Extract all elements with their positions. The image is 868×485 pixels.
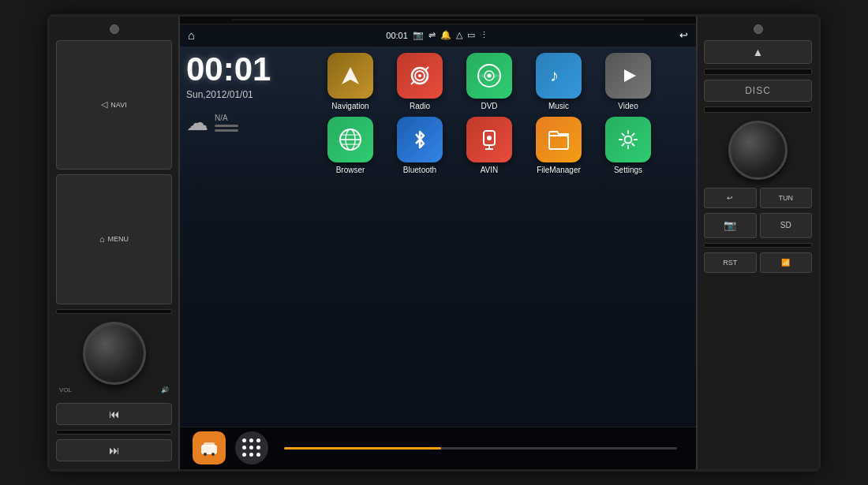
usb-icon: ⇌	[428, 30, 436, 40]
main-content: 00:01 Sun,2012/01/01 ☁ N/A	[180, 47, 696, 427]
menu-button[interactable]: ⌂ MENU	[56, 174, 172, 304]
navi-icon: ◁	[101, 99, 107, 110]
clock-display: 00:01	[186, 53, 312, 86]
browser-label: Browser	[336, 166, 365, 174]
rst-row: RST 📶	[704, 252, 812, 273]
menu-label: MENU	[108, 235, 129, 243]
right-panel: ▲ DISC ↩ TUN 📷 SD	[696, 17, 818, 469]
bluetooth-icon-bg	[397, 117, 443, 162]
rst-label: RST	[723, 259, 737, 267]
prev-track-button[interactable]: ⏮	[56, 403, 172, 425]
bottom-app-taxi[interactable]	[193, 431, 226, 464]
app-browser[interactable]: Browser	[319, 117, 382, 174]
svg-point-3	[418, 74, 421, 77]
eject-icon: ▲	[753, 46, 764, 58]
disc-label: DISC	[704, 80, 812, 102]
cam-button[interactable]: 📷	[704, 213, 757, 238]
svg-text:♪: ♪	[550, 65, 559, 85]
progress-fill	[284, 447, 441, 450]
disc-slot-2	[704, 106, 812, 113]
app-radio[interactable]: Radio	[388, 53, 451, 110]
music-label: Music	[548, 102, 569, 110]
sd-button[interactable]: SD	[760, 213, 813, 238]
svg-point-22	[625, 136, 632, 143]
nav-icon-bg	[327, 53, 373, 99]
bottom-app-grid[interactable]	[235, 431, 268, 464]
app-video[interactable]: Video	[597, 53, 660, 110]
weather-lines: N/A	[215, 114, 238, 132]
prev-icon: ⏮	[109, 408, 120, 420]
navi-label: NAVI	[110, 101, 126, 109]
disc-slot	[704, 69, 812, 75]
cloud-icon: ☁	[186, 110, 208, 136]
browser-icon-bg	[327, 117, 373, 162]
next-icon: ⏭	[109, 444, 120, 457]
svg-marker-0	[342, 67, 359, 84]
wifi-icon: 📶	[781, 259, 790, 267]
dvd-icon-bg	[466, 53, 512, 99]
home-status-icon[interactable]: ⌂	[188, 28, 195, 42]
avin-icon-bg	[466, 117, 512, 162]
status-left: ⌂	[188, 28, 195, 42]
svg-rect-24	[204, 442, 215, 446]
svg-point-20	[487, 136, 492, 140]
filemanager-icon-bg	[536, 117, 582, 162]
video-label: Video	[618, 102, 638, 110]
signal-icon: ▭	[467, 30, 475, 40]
vol-label: VOL	[59, 386, 72, 394]
icon-btn-row: 📷 SD	[704, 213, 812, 238]
menu-dots-icon[interactable]: ⋮	[480, 30, 488, 40]
svg-point-26	[211, 453, 215, 456]
svg-marker-11	[624, 69, 636, 82]
app-avin[interactable]: AVIN	[458, 117, 521, 174]
weather-area: ☁ N/A	[186, 110, 312, 136]
status-center: 00:01 📷 ⇌ 🔔 △ ▭ ⋮	[386, 30, 488, 40]
settings-icon-bg	[605, 117, 651, 162]
next-track-button[interactable]: ⏭	[56, 439, 172, 461]
left-panel: ◁ NAVI ⌂ MENU VOL 🔊 ⏮ ⏭	[50, 17, 180, 469]
app-settings[interactable]: Settings	[597, 117, 660, 174]
back-label: ↩	[727, 194, 733, 202]
clock-date: Sun,2012/01/01	[186, 89, 312, 100]
tun-label: TUN	[779, 194, 794, 202]
back-status-icon[interactable]: ↩	[679, 29, 688, 41]
app-navigation[interactable]: Navigation	[319, 53, 382, 110]
tun-button[interactable]: TUN	[760, 188, 813, 208]
app-music[interactable]: ♪ Music	[527, 53, 590, 110]
top-slot	[180, 17, 696, 24]
disc-status-icon: △	[456, 30, 462, 40]
dots-grid	[242, 438, 262, 458]
volume-icon: 🔔	[440, 30, 451, 40]
filemanager-label: FileManager	[537, 166, 581, 174]
status-bar: ⌂ 00:01 📷 ⇌ 🔔 △ ▭ ⋮ ↩	[180, 24, 696, 47]
speaker-icon: 🔊	[161, 386, 169, 394]
bluetooth-label: Bluetooth	[403, 166, 436, 174]
app-dvd[interactable]: DVD	[458, 53, 521, 110]
app-filemanager[interactable]: FileManager	[527, 117, 590, 174]
nav-label: Navigation	[331, 102, 369, 110]
app-bluetooth[interactable]: Bluetooth	[388, 117, 451, 174]
camera-status-icon: 📷	[413, 30, 424, 40]
progress-bar	[284, 447, 677, 450]
radio-icon-bg	[397, 53, 443, 99]
rst-button[interactable]: RST	[704, 252, 757, 273]
app-row-2: Browser Bluetooth	[319, 117, 690, 174]
dvd-label: DVD	[481, 102, 497, 110]
home-icon: ⌂	[99, 234, 105, 244]
svg-line-5	[411, 81, 414, 84]
wifi-button[interactable]: 📶	[760, 252, 813, 273]
cam-icon: 📷	[724, 219, 736, 231]
status-right: ↩	[679, 29, 688, 41]
status-time: 00:01	[386, 31, 408, 40]
sd-icon: SD	[780, 221, 791, 229]
navi-button[interactable]: ◁ NAVI	[56, 40, 172, 170]
android-screen: ⌂ 00:01 📷 ⇌ 🔔 △ ▭ ⋮ ↩	[180, 24, 696, 469]
clock-area: 00:01 Sun,2012/01/01 ☁ N/A	[186, 53, 312, 420]
eject-button[interactable]: ▲	[704, 40, 812, 64]
weather-label: N/A	[215, 114, 238, 122]
right-knob[interactable]	[728, 121, 788, 180]
volume-knob[interactable]	[83, 322, 146, 385]
back-button[interactable]: ↩	[704, 188, 757, 208]
music-icon-bg: ♪	[536, 53, 582, 99]
radio-label: Radio	[410, 102, 430, 110]
